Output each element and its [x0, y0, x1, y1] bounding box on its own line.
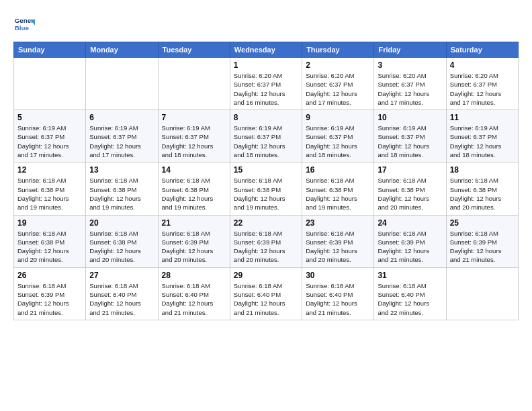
- calendar-day-cell: 21Sunrise: 6:18 AM Sunset: 6:39 PM Dayli…: [158, 215, 230, 267]
- calendar-day-cell: 13Sunrise: 6:18 AM Sunset: 6:38 PM Dayli…: [86, 163, 158, 215]
- day-info: Sunrise: 6:18 AM Sunset: 6:39 PM Dayligh…: [162, 229, 226, 265]
- calendar-day-cell: 18Sunrise: 6:18 AM Sunset: 6:38 PM Dayli…: [446, 163, 518, 215]
- calendar-day-cell: 31Sunrise: 6:18 AM Sunset: 6:40 PM Dayli…: [374, 267, 446, 320]
- day-number: 22: [234, 218, 298, 228]
- day-info: Sunrise: 6:18 AM Sunset: 6:40 PM Dayligh…: [378, 281, 442, 317]
- day-info: Sunrise: 6:18 AM Sunset: 6:40 PM Dayligh…: [89, 281, 154, 317]
- day-number: 28: [162, 271, 226, 280]
- calendar-day-cell: [86, 58, 158, 110]
- day-number: 10: [378, 113, 442, 122]
- calendar-day-cell: 5Sunrise: 6:19 AM Sunset: 6:37 PM Daylig…: [14, 110, 86, 163]
- day-info: Sunrise: 6:19 AM Sunset: 6:37 PM Dayligh…: [17, 124, 82, 159]
- logo-icon: General Blue: [13, 13, 35, 35]
- logo: General Blue: [13, 13, 38, 35]
- calendar-day-cell: 12Sunrise: 6:18 AM Sunset: 6:38 PM Dayli…: [14, 163, 86, 215]
- calendar-day-cell: [14, 58, 86, 110]
- calendar-day-cell: 9Sunrise: 6:19 AM Sunset: 6:37 PM Daylig…: [302, 110, 374, 163]
- calendar-header-saturday: Saturday: [446, 42, 518, 58]
- day-info: Sunrise: 6:18 AM Sunset: 6:38 PM Dayligh…: [17, 229, 82, 265]
- day-number: 29: [234, 271, 298, 280]
- day-number: 31: [378, 271, 442, 280]
- calendar-day-cell: 27Sunrise: 6:18 AM Sunset: 6:40 PM Dayli…: [86, 267, 158, 320]
- day-number: 6: [89, 113, 154, 122]
- day-info: Sunrise: 6:18 AM Sunset: 6:39 PM Dayligh…: [17, 281, 82, 317]
- calendar-day-cell: 1Sunrise: 6:20 AM Sunset: 6:37 PM Daylig…: [230, 58, 302, 110]
- day-info: Sunrise: 6:18 AM Sunset: 6:38 PM Dayligh…: [89, 176, 154, 212]
- calendar-day-cell: 16Sunrise: 6:18 AM Sunset: 6:38 PM Dayli…: [302, 163, 374, 215]
- day-number: 17: [378, 165, 442, 175]
- day-info: Sunrise: 6:19 AM Sunset: 6:37 PM Dayligh…: [162, 124, 226, 159]
- day-info: Sunrise: 6:19 AM Sunset: 6:37 PM Dayligh…: [378, 124, 442, 159]
- day-number: 30: [306, 271, 370, 280]
- day-number: 12: [17, 165, 82, 175]
- calendar-header-tuesday: Tuesday: [158, 42, 230, 58]
- calendar-day-cell: 6Sunrise: 6:19 AM Sunset: 6:37 PM Daylig…: [86, 110, 158, 163]
- calendar-week-row: 19Sunrise: 6:18 AM Sunset: 6:38 PM Dayli…: [14, 215, 519, 267]
- day-info: Sunrise: 6:20 AM Sunset: 6:37 PM Dayligh…: [306, 71, 370, 107]
- calendar-day-cell: 8Sunrise: 6:19 AM Sunset: 6:37 PM Daylig…: [230, 110, 302, 163]
- day-number: 24: [378, 218, 442, 228]
- day-number: 20: [89, 218, 154, 228]
- day-number: 18: [450, 165, 515, 175]
- day-info: Sunrise: 6:18 AM Sunset: 6:39 PM Dayligh…: [234, 229, 298, 265]
- day-info: Sunrise: 6:18 AM Sunset: 6:38 PM Dayligh…: [378, 176, 442, 212]
- day-number: 15: [234, 165, 298, 175]
- day-number: 21: [162, 218, 226, 228]
- day-number: 5: [17, 113, 82, 122]
- day-info: Sunrise: 6:20 AM Sunset: 6:37 PM Dayligh…: [378, 71, 442, 107]
- day-info: Sunrise: 6:18 AM Sunset: 6:40 PM Dayligh…: [234, 281, 298, 317]
- calendar-day-cell: [158, 58, 230, 110]
- calendar-day-cell: [446, 267, 518, 320]
- day-number: 27: [89, 271, 154, 280]
- day-number: 2: [306, 60, 370, 70]
- day-info: Sunrise: 6:18 AM Sunset: 6:38 PM Dayligh…: [234, 176, 298, 212]
- day-info: Sunrise: 6:20 AM Sunset: 6:37 PM Dayligh…: [234, 71, 298, 107]
- day-number: 25: [450, 218, 515, 228]
- day-info: Sunrise: 6:18 AM Sunset: 6:39 PM Dayligh…: [450, 229, 515, 265]
- calendar-day-cell: 2Sunrise: 6:20 AM Sunset: 6:37 PM Daylig…: [302, 58, 374, 110]
- calendar-day-cell: 10Sunrise: 6:19 AM Sunset: 6:37 PM Dayli…: [374, 110, 446, 163]
- day-info: Sunrise: 6:19 AM Sunset: 6:37 PM Dayligh…: [306, 124, 370, 159]
- day-number: 13: [89, 165, 154, 175]
- calendar-header-friday: Friday: [374, 42, 446, 58]
- calendar-header-sunday: Sunday: [14, 42, 86, 58]
- day-info: Sunrise: 6:18 AM Sunset: 6:40 PM Dayligh…: [306, 281, 370, 317]
- day-number: 9: [306, 113, 370, 122]
- calendar-day-cell: 23Sunrise: 6:18 AM Sunset: 6:39 PM Dayli…: [302, 215, 374, 267]
- calendar-day-cell: 30Sunrise: 6:18 AM Sunset: 6:40 PM Dayli…: [302, 267, 374, 320]
- day-number: 23: [306, 218, 370, 228]
- day-number: 19: [17, 218, 82, 228]
- calendar-header-thursday: Thursday: [302, 42, 374, 58]
- calendar-week-row: 12Sunrise: 6:18 AM Sunset: 6:38 PM Dayli…: [14, 163, 519, 215]
- day-info: Sunrise: 6:18 AM Sunset: 6:39 PM Dayligh…: [306, 229, 370, 265]
- calendar-day-cell: 7Sunrise: 6:19 AM Sunset: 6:37 PM Daylig…: [158, 110, 230, 163]
- day-number: 3: [378, 60, 442, 70]
- calendar-day-cell: 28Sunrise: 6:18 AM Sunset: 6:40 PM Dayli…: [158, 267, 230, 320]
- day-number: 14: [162, 165, 226, 175]
- svg-text:Blue: Blue: [15, 24, 30, 32]
- calendar-week-row: 26Sunrise: 6:18 AM Sunset: 6:39 PM Dayli…: [14, 267, 519, 320]
- day-info: Sunrise: 6:19 AM Sunset: 6:37 PM Dayligh…: [234, 124, 298, 159]
- day-info: Sunrise: 6:19 AM Sunset: 6:37 PM Dayligh…: [450, 124, 515, 159]
- day-number: 1: [234, 60, 298, 70]
- calendar-day-cell: 17Sunrise: 6:18 AM Sunset: 6:38 PM Dayli…: [374, 163, 446, 215]
- calendar-day-cell: 11Sunrise: 6:19 AM Sunset: 6:37 PM Dayli…: [446, 110, 518, 163]
- calendar-day-cell: 26Sunrise: 6:18 AM Sunset: 6:39 PM Dayli…: [14, 267, 86, 320]
- day-info: Sunrise: 6:18 AM Sunset: 6:38 PM Dayligh…: [306, 176, 370, 212]
- page-header: General Blue: [13, 13, 519, 35]
- day-info: Sunrise: 6:18 AM Sunset: 6:38 PM Dayligh…: [17, 176, 82, 212]
- day-info: Sunrise: 6:19 AM Sunset: 6:37 PM Dayligh…: [89, 124, 154, 159]
- day-info: Sunrise: 6:18 AM Sunset: 6:39 PM Dayligh…: [378, 229, 442, 265]
- day-info: Sunrise: 6:18 AM Sunset: 6:38 PM Dayligh…: [450, 176, 515, 212]
- calendar-week-row: 1Sunrise: 6:20 AM Sunset: 6:37 PM Daylig…: [14, 58, 519, 110]
- calendar-day-cell: 4Sunrise: 6:20 AM Sunset: 6:37 PM Daylig…: [446, 58, 518, 110]
- calendar-day-cell: 15Sunrise: 6:18 AM Sunset: 6:38 PM Dayli…: [230, 163, 302, 215]
- calendar-day-cell: 22Sunrise: 6:18 AM Sunset: 6:39 PM Dayli…: [230, 215, 302, 267]
- calendar-day-cell: 20Sunrise: 6:18 AM Sunset: 6:38 PM Dayli…: [86, 215, 158, 267]
- day-info: Sunrise: 6:20 AM Sunset: 6:37 PM Dayligh…: [450, 71, 515, 107]
- calendar-week-row: 5Sunrise: 6:19 AM Sunset: 6:37 PM Daylig…: [14, 110, 519, 163]
- calendar-header-row: SundayMondayTuesdayWednesdayThursdayFrid…: [14, 42, 519, 58]
- day-info: Sunrise: 6:18 AM Sunset: 6:38 PM Dayligh…: [89, 229, 154, 265]
- day-info: Sunrise: 6:18 AM Sunset: 6:38 PM Dayligh…: [162, 176, 226, 212]
- calendar-day-cell: 25Sunrise: 6:18 AM Sunset: 6:39 PM Dayli…: [446, 215, 518, 267]
